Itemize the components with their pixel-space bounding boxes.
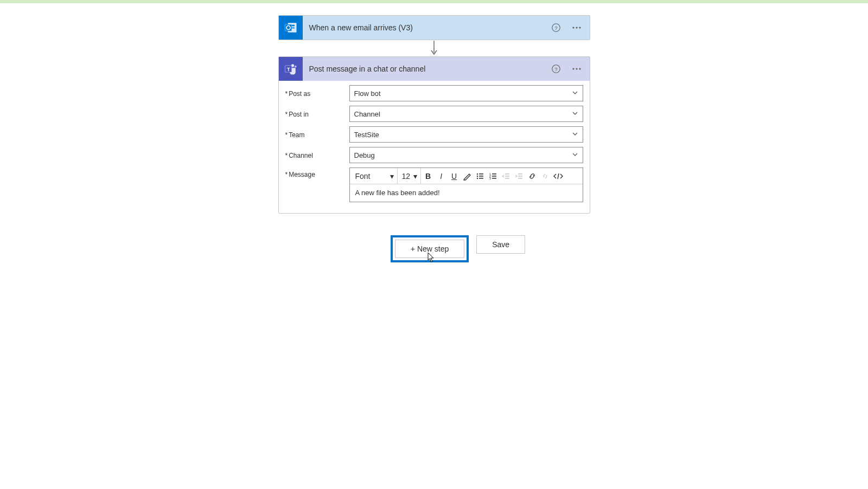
chevron-down-icon	[572, 89, 578, 98]
svg-text:3: 3	[489, 177, 491, 180]
svg-text:?: ?	[554, 66, 558, 72]
svg-text:?: ?	[554, 25, 558, 31]
message-label: *Message	[285, 168, 349, 178]
svg-point-12	[294, 66, 296, 68]
team-select[interactable]: TestSite	[349, 126, 583, 143]
numbered-list-button[interactable]: 123	[487, 170, 499, 182]
more-icon[interactable]	[570, 62, 583, 75]
unlink-button	[539, 170, 551, 182]
channel-label: *Channel	[285, 151, 349, 159]
svg-rect-21	[479, 173, 483, 175]
svg-text:T: T	[286, 66, 290, 72]
teams-icon: T	[279, 57, 303, 81]
svg-point-8	[576, 27, 577, 28]
svg-point-24	[477, 177, 478, 178]
trigger-title: When a new email arrives (V3)	[303, 23, 550, 32]
chevron-down-icon	[572, 151, 578, 159]
new-step-highlight: + New step	[391, 235, 469, 262]
svg-rect-37	[518, 178, 522, 179]
svg-rect-29	[492, 176, 496, 177]
trigger-card[interactable]: When a new email arrives (V3) ?	[278, 15, 590, 40]
svg-rect-33	[505, 176, 509, 177]
svg-rect-27	[492, 173, 496, 175]
action-body: *Post as Flow bot *Post in Channel	[279, 81, 590, 213]
save-button[interactable]: Save	[476, 235, 525, 254]
caret-down-icon: ▾	[413, 172, 417, 181]
svg-rect-25	[479, 178, 483, 179]
post-as-label: *Post as	[285, 89, 349, 98]
caret-down-icon: ▾	[390, 172, 394, 181]
svg-rect-31	[492, 178, 496, 179]
post-as-select[interactable]: Flow bot	[349, 85, 583, 101]
help-icon[interactable]: ?	[550, 62, 563, 75]
new-step-button[interactable]: + New step	[395, 240, 464, 258]
svg-point-20	[477, 173, 478, 174]
font-dropdown[interactable]: Font ▾	[352, 168, 398, 184]
chevron-down-icon	[572, 110, 578, 118]
svg-rect-35	[518, 173, 522, 175]
svg-rect-36	[518, 176, 522, 177]
trigger-header[interactable]: When a new email arrives (V3) ?	[279, 16, 590, 40]
svg-rect-32	[505, 173, 509, 175]
svg-point-19	[579, 68, 580, 69]
action-card: T Post message in a chat or channel ? *P…	[278, 56, 590, 214]
channel-select[interactable]: Debug	[349, 147, 583, 163]
action-title: Post message in a chat or channel	[303, 65, 550, 73]
action-header[interactable]: T Post message in a chat or channel ?	[279, 57, 590, 81]
button-row: + New step Save	[278, 235, 590, 262]
team-label: *Team	[285, 130, 349, 139]
svg-rect-23	[479, 176, 483, 177]
underline-button[interactable]: U	[448, 170, 460, 182]
svg-rect-34	[505, 178, 509, 179]
help-icon[interactable]: ?	[550, 21, 563, 34]
message-body[interactable]: A new file has been added!	[350, 184, 583, 202]
svg-point-9	[579, 27, 580, 28]
post-in-label: *Post in	[285, 110, 349, 118]
rte-toolbar: Font ▾ 12 ▾ B I U	[350, 168, 583, 184]
bold-button[interactable]: B	[422, 170, 434, 182]
highlight-button[interactable]	[461, 170, 473, 182]
svg-point-22	[477, 175, 478, 176]
link-button[interactable]	[526, 170, 538, 182]
size-dropdown[interactable]: 12 ▾	[399, 168, 422, 184]
outlook-icon	[279, 16, 303, 40]
arrow-connector	[431, 40, 437, 56]
svg-point-17	[572, 68, 574, 69]
code-view-button[interactable]	[552, 170, 564, 182]
bullets-button[interactable]	[474, 170, 486, 182]
svg-point-7	[572, 27, 574, 28]
indent-button	[513, 170, 525, 182]
outdent-button	[500, 170, 512, 182]
flow-canvas: When a new email arrives (V3) ?	[0, 3, 868, 262]
italic-button[interactable]: I	[435, 170, 447, 182]
message-editor: Font ▾ 12 ▾ B I U	[349, 168, 583, 202]
svg-line-38	[558, 173, 559, 179]
more-icon[interactable]	[570, 21, 583, 34]
chevron-down-icon	[572, 130, 578, 139]
svg-point-18	[576, 68, 577, 69]
post-in-select[interactable]: Channel	[349, 106, 583, 122]
